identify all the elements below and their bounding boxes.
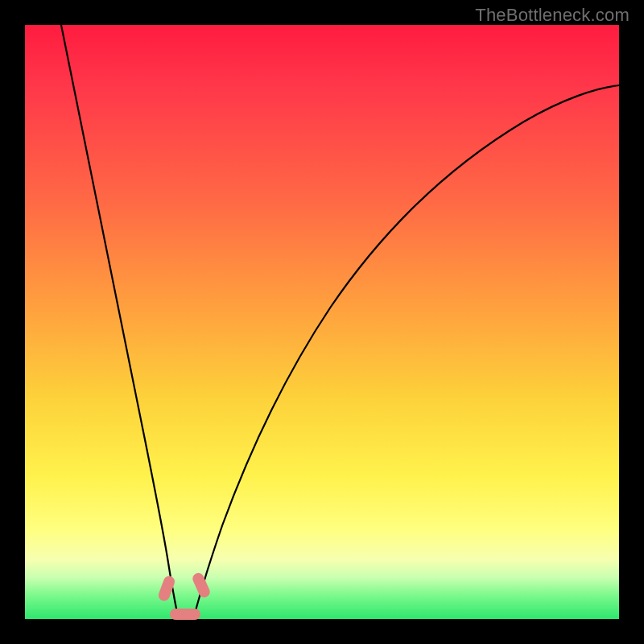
- marker-bottom-blob: [170, 609, 200, 620]
- watermark-text: TheBottleneck.com: [475, 5, 630, 26]
- marker-right-blob: [191, 572, 212, 600]
- svg-rect-2: [170, 609, 200, 620]
- marker-group: [157, 572, 212, 620]
- svg-rect-1: [191, 572, 212, 600]
- curve-right-branch: [194, 85, 619, 617]
- curve-left-branch: [61, 25, 178, 617]
- curve-layer: [25, 25, 619, 619]
- plot-area: [25, 25, 619, 619]
- chart-frame: TheBottleneck.com: [0, 0, 644, 644]
